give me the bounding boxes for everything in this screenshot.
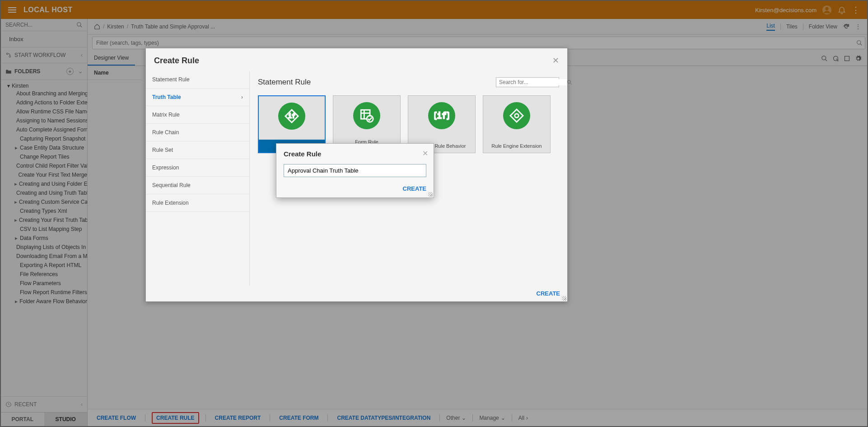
dialog-nav-item[interactable]: Expression [146, 159, 249, 177]
svg-line-13 [570, 83, 572, 84]
resize-handle[interactable] [562, 296, 566, 300]
dialog-create-button[interactable]: CREATE [537, 290, 560, 297]
dialog-nav-label: Rule Set [152, 147, 173, 153]
svg-text:{if}: {if} [434, 111, 449, 120]
close-icon[interactable]: ✕ [422, 149, 428, 158]
dialog-main-title: Statement Rule [258, 78, 311, 87]
dialog-nav-label: Truth Table [152, 94, 181, 100]
dialog-nav-item[interactable]: Rule Extension [146, 194, 249, 212]
dialog-nav-label: Rule Extension [152, 200, 189, 206]
dialog-nav: Statement RuleTruth Table›Matrix RuleRul… [146, 71, 250, 286]
template-icon [503, 102, 530, 129]
search-icon[interactable] [567, 80, 572, 85]
svg-rect-19 [510, 109, 523, 122]
template-icon [353, 102, 380, 129]
dialog-nav-item[interactable]: Rule Chain [146, 124, 249, 141]
dialog-title: Create Rule [154, 56, 199, 66]
dialog-nav-item[interactable]: Truth Table› [146, 89, 249, 106]
dialog-nav-item[interactable]: Matrix Rule [146, 106, 249, 124]
svg-point-12 [568, 80, 571, 84]
dialog-nav-label: Matrix Rule [152, 112, 180, 118]
dialog-nav-label: Sequential Rule [152, 182, 191, 188]
chevron-right-icon: › [241, 94, 243, 100]
template-label: Rule Engine Extension [483, 140, 550, 153]
dialog-nav-item[interactable]: Statement Rule [146, 71, 249, 89]
svg-point-20 [515, 114, 519, 118]
svg-text:if: if [288, 113, 295, 119]
template-card[interactable]: Rule Engine Extension [483, 95, 551, 153]
dialog-nav-label: Statement Rule [152, 76, 190, 83]
template-icon: {if} [428, 102, 455, 129]
resize-handle[interactable] [428, 192, 433, 197]
template-search-input[interactable] [499, 79, 567, 85]
close-icon[interactable]: ✕ [552, 56, 559, 66]
rule-name-input[interactable] [284, 164, 426, 177]
dialog-nav-label: Expression [152, 164, 179, 171]
dialog-nav-label: Rule Chain [152, 129, 179, 136]
template-search[interactable] [496, 77, 559, 87]
dialog-nav-item[interactable]: Sequential Rule [146, 177, 249, 194]
small-dialog-title: Create Rule [276, 144, 434, 162]
template-icon: if [278, 103, 305, 130]
dialog-nav-item[interactable]: Rule Set [146, 141, 249, 159]
small-dialog-create-button[interactable]: CREATE [403, 185, 426, 192]
name-rule-dialog: Create Rule ✕ CREATE [276, 143, 434, 198]
